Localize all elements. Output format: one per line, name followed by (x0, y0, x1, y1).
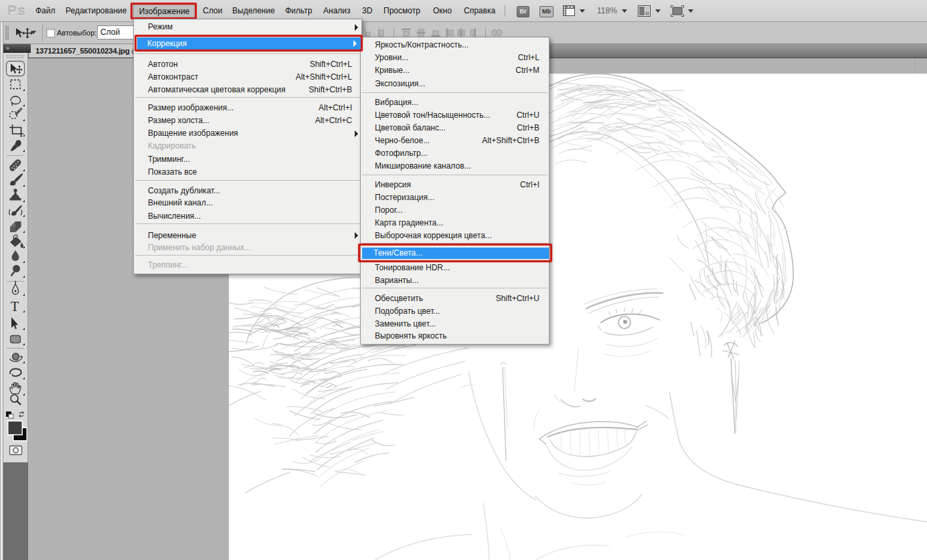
svg-text:T: T (11, 299, 19, 314)
